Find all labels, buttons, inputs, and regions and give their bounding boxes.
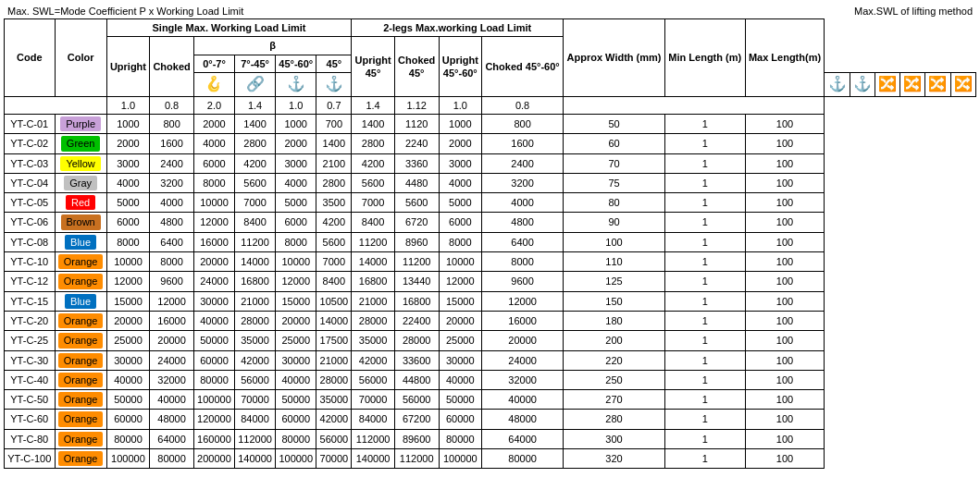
cell-c45: 5600 <box>394 193 439 213</box>
table-row: YT-C-40Orange400003200080000560004000028… <box>5 370 976 389</box>
cell-max-len: 100 <box>745 350 825 370</box>
cell-max-len: 100 <box>745 153 825 173</box>
cell-color: Orange <box>55 449 106 469</box>
cell-choked: 12000 <box>150 291 194 311</box>
cell-upright: 25000 <box>106 331 150 350</box>
color-badge: Orange <box>58 392 104 407</box>
cell-u45_60: 2000 <box>439 134 482 153</box>
col-upright: Upright <box>106 37 150 96</box>
coeff-c45: 1.12 <box>394 96 439 114</box>
cell-c45: 4480 <box>394 173 439 192</box>
cell-a3: 100000 <box>276 449 316 469</box>
cell-max-len: 100 <box>745 311 825 330</box>
cell-a1: 12000 <box>193 213 234 232</box>
cell-code: YT-C-60 <box>5 410 56 429</box>
cell-upright: 2000 <box>106 134 150 153</box>
cell-color: Blue <box>55 291 106 311</box>
col-upright45-60: Upright45°-60° <box>439 37 482 96</box>
cell-min-len: 1 <box>664 134 745 153</box>
table-row: YT-C-12Orange120009600240001680012000840… <box>5 272 976 291</box>
cell-max-len: 100 <box>745 370 825 389</box>
cell-a3: 12000 <box>276 272 316 291</box>
cell-c45_60: 6400 <box>482 232 564 251</box>
cell-code: YT-C-30 <box>5 350 56 370</box>
cell-color: Orange <box>55 331 106 350</box>
icon-angle2: ⚓ <box>316 72 352 96</box>
page-wrapper: Max. SWL=Mode Coefficient P x Working Lo… <box>0 0 980 472</box>
cell-u45_60: 3000 <box>439 153 482 173</box>
cell-color: Orange <box>55 410 106 429</box>
cell-u45: 84000 <box>352 410 395 429</box>
cell-a3: 8000 <box>276 232 316 251</box>
cell-upright: 15000 <box>106 291 150 311</box>
icon-angle1: ⚓ <box>276 72 316 96</box>
cell-a1: 200000 <box>193 449 234 469</box>
col-choked45: Choked45° <box>394 37 439 96</box>
cell-min-len: 1 <box>664 153 745 173</box>
cell-color: Orange <box>55 429 106 448</box>
col-choked: Choked <box>150 37 194 96</box>
table-row: YT-C-50Orange500004000010000070000500003… <box>5 390 976 410</box>
cell-c45_60: 12000 <box>482 291 564 311</box>
cell-max-len: 100 <box>745 213 825 232</box>
coeff-angle4: 0.7 <box>316 96 352 114</box>
cell-choked: 6400 <box>150 232 194 251</box>
cell-max-len: 100 <box>745 193 825 213</box>
icon-u45: 🔀 <box>875 72 899 96</box>
cell-min-len: 1 <box>664 114 745 133</box>
cell-u45: 5600 <box>352 173 395 192</box>
cell-width: 110 <box>564 252 665 272</box>
table-body: YT-C-01Purple100080020001400100070014001… <box>5 114 976 468</box>
cell-upright: 8000 <box>106 232 150 251</box>
cell-c45: 8960 <box>394 232 439 251</box>
cell-c45_60: 3200 <box>482 173 564 192</box>
table-row: YT-C-03Yellow300024006000420030002100420… <box>5 153 976 173</box>
cell-c45: 112000 <box>394 449 439 469</box>
cell-c45: 1120 <box>394 114 439 133</box>
cell-a1: 160000 <box>193 429 234 448</box>
cell-a2: 5600 <box>235 173 276 192</box>
cell-a4: 700 <box>316 114 352 133</box>
cell-a1: 8000 <box>193 173 234 192</box>
cell-width: 180 <box>564 311 665 330</box>
cell-width: 90 <box>564 213 665 232</box>
cell-choked: 2400 <box>150 153 194 173</box>
cell-a2: 14000 <box>235 252 276 272</box>
cell-u45_60: 40000 <box>439 370 482 389</box>
cell-width: 125 <box>564 272 665 291</box>
cell-c45_60: 1600 <box>482 134 564 153</box>
cell-u45: 42000 <box>352 350 395 370</box>
cell-c45_60: 800 <box>482 114 564 133</box>
cell-a3: 5000 <box>276 193 316 213</box>
col-choked45-60: Choked 45°-60° <box>482 37 564 96</box>
cell-choked: 40000 <box>150 390 194 410</box>
cell-c45: 11200 <box>394 252 439 272</box>
cell-choked: 64000 <box>150 429 194 448</box>
icon-choked: 🔗 <box>235 72 276 96</box>
cell-a4: 28000 <box>316 370 352 389</box>
cell-u45_60: 15000 <box>439 291 482 311</box>
cell-c45: 28000 <box>394 331 439 350</box>
cell-choked: 80000 <box>150 449 194 469</box>
cell-u45_60: 30000 <box>439 350 482 370</box>
cell-code: YT-C-04 <box>5 173 56 192</box>
cell-max-len: 100 <box>745 390 825 410</box>
cell-a3: 10000 <box>276 252 316 272</box>
cell-u45: 21000 <box>352 291 395 311</box>
cell-max-len: 100 <box>745 291 825 311</box>
header-row-2: Upright Choked β Upright45° Choked45° Up… <box>5 37 976 55</box>
cell-a4: 7000 <box>316 252 352 272</box>
cell-upright: 5000 <box>106 193 150 213</box>
color-badge: Blue <box>65 235 96 250</box>
cell-a2: 4200 <box>235 153 276 173</box>
cell-max-len: 100 <box>745 252 825 272</box>
cell-u45_60: 25000 <box>439 331 482 350</box>
cell-c45: 6720 <box>394 213 439 232</box>
cell-choked: 8000 <box>150 252 194 272</box>
cell-u45_60: 80000 <box>439 429 482 448</box>
cell-code: YT-C-80 <box>5 429 56 448</box>
cell-a1: 24000 <box>193 272 234 291</box>
cell-c45: 33600 <box>394 350 439 370</box>
cell-a1: 60000 <box>193 350 234 370</box>
cell-width: 280 <box>564 410 665 429</box>
